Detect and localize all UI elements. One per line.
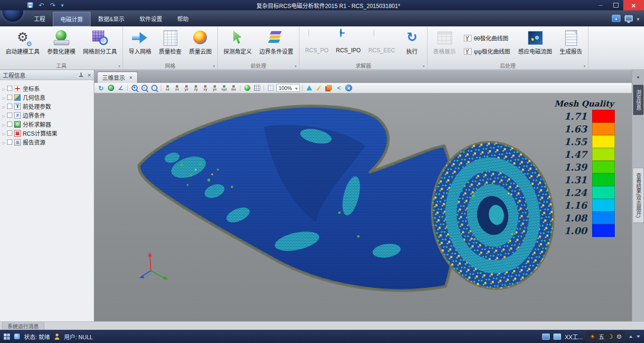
expander-icon[interactable] (2, 85, 5, 92)
tree-item-preprocess-params[interactable]: 前处理参数 (1, 102, 94, 111)
zoom-in-icon[interactable] (132, 85, 138, 91)
view-zy-button[interactable]: zy (192, 84, 200, 92)
windows-icon[interactable] (4, 334, 10, 340)
boundary-settings-button[interactable]: 边界条件设置 (256, 28, 297, 61)
taskbar-window-icon[interactable] (542, 334, 550, 340)
legend-color-cell (592, 173, 615, 186)
tree-item-report-resources[interactable]: 报告资源 (1, 138, 94, 147)
import-mesh-button[interactable]: 导入网格 (125, 28, 155, 61)
quality-check-button[interactable]: 质量检查 (156, 28, 185, 61)
save-icon[interactable] (27, 2, 33, 8)
zoom-out-icon[interactable] (141, 85, 148, 91)
undo-icon[interactable] (39, 1, 44, 9)
tab-em-compute[interactable]: 电磁计算 (53, 12, 91, 26)
tree-item-analysis-solver[interactable]: 分析求解器 (1, 120, 94, 129)
mesh-partition-icon (91, 30, 108, 46)
user-label: 用户: NULL (64, 333, 93, 341)
parametric-modeling-button[interactable]: 参数化建模 (44, 28, 79, 61)
expander-icon[interactable] (2, 94, 5, 101)
view-zx-button[interactable]: zx (173, 84, 181, 92)
grid-toggle-icon[interactable] (268, 85, 274, 91)
view-yz-button[interactable]: yz (182, 84, 190, 92)
view-results-vertical-tab[interactable]: 查看结果(双击展开) (633, 168, 644, 223)
viewport-3d[interactable]: Mesh Quality 1.71 1.63 1.55 1.47 1.39 1.… (94, 93, 632, 321)
expander-icon[interactable] (2, 139, 5, 146)
expander-icon[interactable] (2, 103, 5, 110)
quality-cloud-button[interactable]: 质量云图 (186, 28, 215, 61)
panel-close-icon[interactable] (87, 72, 91, 79)
tree-item-coordinate-system[interactable]: 坐标系 (1, 84, 94, 93)
tab-help[interactable]: 帮助 (170, 10, 196, 26)
checkbox[interactable] (7, 131, 12, 136)
maximize-button[interactable] (608, 0, 623, 10)
checkbox[interactable] (7, 139, 12, 145)
moon-icon[interactable] (608, 333, 613, 340)
group-caret-icon[interactable] (423, 63, 425, 68)
group-caret-icon[interactable] (213, 63, 215, 68)
sun-weather-icon[interactable] (590, 333, 595, 340)
tab-project[interactable]: 工程 (26, 10, 53, 26)
zoom-level-select[interactable]: 100% (276, 84, 300, 92)
checkbox[interactable] (7, 86, 12, 91)
tab-data-display[interactable]: 数据&显示 (91, 10, 132, 26)
view-xyz-button[interactable]: xyz (220, 84, 228, 92)
axes-icon[interactable] (116, 84, 125, 92)
chevron-down-icon[interactable] (636, 335, 640, 338)
expander-icon[interactable] (2, 130, 5, 137)
group-caret-icon[interactable] (584, 63, 586, 68)
browse-info-vertical-tab[interactable]: 浏览信息 (633, 85, 644, 115)
minimize-button[interactable] (593, 0, 608, 10)
display-icon[interactable] (625, 16, 633, 22)
group-caret-icon[interactable] (295, 63, 297, 68)
close-button[interactable] (623, 0, 644, 10)
induced-current-map-button[interactable]: 感应电磁流图 (515, 28, 555, 61)
checkbox[interactable] (7, 104, 12, 109)
rcs-ipo-button[interactable]: RCS_IPO (332, 28, 364, 61)
checkbox[interactable] (7, 122, 12, 127)
tree-item-rcs-results[interactable]: RCS计算结果 (1, 129, 94, 138)
tree-item-boundary-conditions[interactable]: 边界条件 (1, 111, 94, 120)
chevron-up-icon[interactable] (629, 335, 633, 338)
checkbox[interactable] (7, 95, 12, 100)
tab-settings[interactable]: 软件设置 (132, 10, 170, 26)
export-view-icon[interactable] (335, 84, 343, 92)
menu-caret-icon[interactable] (637, 15, 639, 22)
launch-modeling-tool-button[interactable]: 启动建模工具 (2, 28, 43, 61)
dock-caret-icon[interactable] (632, 74, 644, 80)
expander-icon[interactable] (2, 112, 5, 119)
view-xy-button[interactable]: xy (201, 84, 209, 92)
mesh-partition-tool-button[interactable]: 网格剖分工具 (80, 28, 120, 61)
redo-icon[interactable] (50, 1, 56, 9)
ribbon-collapse-icon[interactable] (612, 15, 620, 22)
orbit-icon[interactable] (97, 84, 105, 92)
wireframe-view-icon[interactable] (254, 85, 260, 91)
view-yx-button[interactable]: yx (211, 84, 219, 92)
layers-icon[interactable] (327, 85, 332, 90)
shaded-view-icon[interactable] (244, 85, 250, 91)
legend-value: 1.47 (562, 149, 587, 160)
group-caret-icon[interactable] (118, 63, 120, 68)
view-xz-button[interactable]: xz (164, 84, 172, 92)
pin-icon[interactable] (79, 73, 83, 78)
ime-label[interactable]: XX工... (565, 333, 583, 341)
theta-polarization-curve-button[interactable]: θθ极化曲线图 (461, 33, 513, 43)
probe-angle-button[interactable]: 探测角定义 (220, 28, 255, 61)
render-mode-icon[interactable] (306, 85, 312, 90)
tree-item-geometry-info[interactable]: 几何信息 (1, 93, 94, 102)
expander-icon[interactable] (2, 121, 5, 128)
execute-button[interactable]: 执行 (399, 28, 425, 61)
geometry-info-icon (14, 94, 21, 101)
tab-close-icon[interactable] (129, 74, 132, 81)
measure-pen-icon[interactable] (317, 85, 322, 90)
checkbox[interactable] (7, 113, 12, 118)
generate-report-button[interactable]: 生成报告 (556, 28, 586, 61)
psi-polarization-curve-button[interactable]: ψψ极化曲线图 (461, 46, 513, 57)
viewport-close-icon[interactable] (345, 84, 352, 91)
tab-3d-display[interactable]: 三维显示 (97, 72, 138, 83)
execute-icon (404, 30, 421, 46)
zoom-window-icon[interactable] (151, 85, 157, 91)
rotate-view-icon[interactable] (108, 85, 114, 91)
settings-gear-icon[interactable] (616, 333, 622, 340)
taskbar-window-icon[interactable] (553, 334, 561, 340)
view-iso-button[interactable]: iso (230, 84, 238, 92)
